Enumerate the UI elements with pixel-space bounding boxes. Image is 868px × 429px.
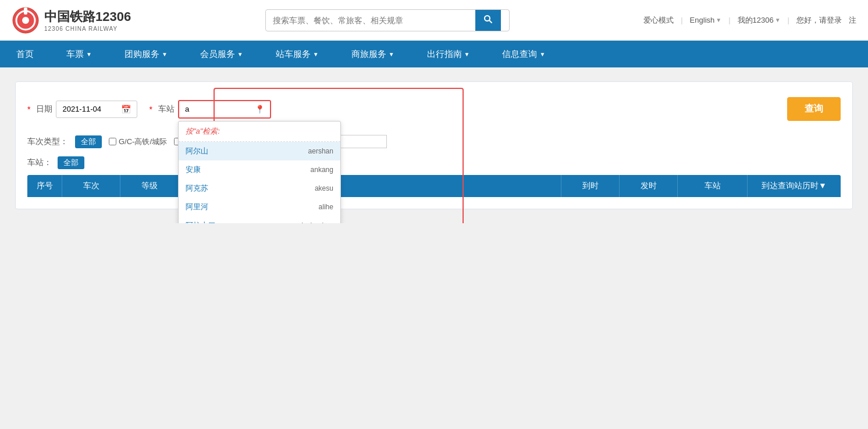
nav-item-station[interactable]: 站车服务 ▼ [259, 41, 335, 67]
nav-guide-arrow: ▼ [464, 51, 470, 58]
train-type-label: 车次类型： [27, 137, 68, 147]
date-value: 2021-11-04 [62, 105, 101, 113]
calendar-icon: 📅 [121, 105, 131, 114]
hint-char: a [196, 127, 200, 135]
nav-item-home[interactable]: 首页 [0, 41, 50, 67]
dropdown-item-3[interactable]: 阿里河 alihe [179, 198, 340, 216]
date-label: 日期 [36, 104, 52, 115]
th-station: 车站 [678, 175, 748, 197]
language-dropdown-arrow: ▼ [716, 17, 721, 23]
login-link[interactable]: 您好，请登录 [796, 15, 842, 26]
nav-item-info[interactable]: 信息查询 ▼ [486, 41, 561, 67]
hint-suffix: "检索: [200, 127, 220, 135]
gc-label: G/C-高铁/城际 [119, 137, 167, 147]
gc-checkbox[interactable] [109, 138, 116, 145]
nav-station-arrow: ▼ [313, 51, 319, 58]
register-link[interactable]: 注 [849, 15, 856, 26]
date-field: * 日期 2021-11-04 📅 [27, 101, 137, 118]
divider3: | [788, 16, 789, 24]
svg-line-5 [489, 20, 492, 23]
nav-tickets-arrow: ▼ [86, 51, 92, 58]
form-wrapper: * 日期 2021-11-04 📅 * 车站 📍 [15, 81, 853, 209]
love-mode-link[interactable]: 爱心模式 [643, 15, 674, 26]
nav-item-group[interactable]: 团购服务 ▼ [108, 41, 184, 67]
header-search-area [131, 9, 643, 31]
station-label: 车站 [158, 104, 175, 115]
logo-subtitle: 12306 CHINA RAILWAY [44, 26, 131, 32]
nav-member-label: 会员服务 [200, 49, 235, 60]
logo-icon [12, 6, 40, 34]
th-grade: 等级 [120, 175, 179, 197]
station-all-tag[interactable]: 全部 [58, 156, 84, 169]
my-account-label: 我的12306 [738, 15, 774, 26]
dropdown-item-0[interactable]: 阿尔山 aershan [179, 142, 340, 160]
language-selector[interactable]: English ▼ [690, 16, 722, 24]
logo-title: 中国铁路12306 [44, 8, 131, 26]
item-3-en: alihe [319, 203, 333, 211]
th-depart: 发时 [620, 175, 678, 197]
th-duration-label: 到达查询站历时▼ [762, 181, 827, 191]
location-pin-icon: 📍 [255, 105, 265, 114]
nav-group-arrow: ▼ [162, 51, 168, 58]
date-input-box[interactable]: 2021-11-04 📅 [56, 101, 137, 118]
station-field-wrapper: 📍 按"a"检索: 阿尔山 aershan 安康 anka [178, 100, 271, 119]
svg-point-2 [22, 17, 29, 24]
my-account-arrow: ▼ [775, 17, 781, 23]
station-required-star: * [149, 105, 152, 114]
item-4-zh: 阿拉山口 [186, 220, 216, 224]
hint-prefix: 按" [186, 127, 196, 135]
nav-item-member[interactable]: 会员服务 ▼ [184, 41, 259, 67]
global-search-button[interactable] [475, 10, 501, 31]
th-seq: 序号 [27, 175, 62, 197]
nav-item-guide[interactable]: 出行指南 ▼ [411, 41, 486, 67]
item-4-en: alashankou [298, 221, 333, 224]
dropdown-search-hint: 按"a"检索: [179, 121, 340, 142]
station-field: * 车站 📍 按"a"检索: 阿尔山 aershan [149, 100, 271, 119]
nav-member-arrow: ▼ [237, 51, 243, 58]
station-dropdown: 按"a"检索: 阿尔山 aershan 安康 ankang 阿克苏 ake [178, 121, 341, 224]
header-right: 爱心模式 | English ▼ | 我的12306 ▼ | 您好，请登录 注 [643, 15, 856, 26]
my-account-link[interactable]: 我的12306 ▼ [738, 15, 781, 26]
logo-area: 中国铁路12306 12306 CHINA RAILWAY [12, 6, 131, 34]
nav-info-label: 信息查询 [502, 49, 537, 60]
main-content: * 日期 2021-11-04 📅 * 车站 📍 [0, 67, 868, 223]
query-button[interactable]: 查询 [787, 97, 841, 121]
nav-item-tickets[interactable]: 车票 ▼ [50, 41, 108, 67]
dropdown-item-1[interactable]: 安康 ankang [179, 160, 340, 179]
nav-item-business[interactable]: 商旅服务 ▼ [335, 41, 411, 67]
main-nav: 首页 车票 ▼ 团购服务 ▼ 会员服务 ▼ 站车服务 ▼ 商旅服务 ▼ 出行指南… [0, 41, 868, 67]
nav-business-label: 商旅服务 [351, 49, 386, 60]
nav-info-arrow: ▼ [539, 51, 545, 58]
item-0-en: aershan [308, 147, 333, 155]
station-filter-label: 车站： [27, 158, 52, 168]
global-search-input[interactable] [266, 11, 475, 30]
th-train: 车次 [62, 175, 120, 197]
gc-filter[interactable]: G/C-高铁/城际 [109, 137, 167, 147]
divider1: | [681, 16, 682, 24]
station-search-input[interactable] [185, 105, 255, 113]
dropdown-item-2[interactable]: 阿克苏 akesu [179, 179, 340, 198]
item-3-zh: 阿里河 [186, 202, 208, 212]
logo-text: 中国铁路12306 12306 CHINA RAILWAY [44, 8, 131, 32]
all-tag[interactable]: 全部 [75, 135, 102, 148]
language-label: English [690, 16, 715, 24]
station-filter-row: 车站： 全部 [27, 156, 841, 169]
nav-home-label: 首页 [16, 49, 34, 60]
item-2-en: akesu [315, 184, 333, 192]
svg-rect-3 [24, 8, 27, 15]
divider2: | [728, 16, 730, 24]
nav-tickets-label: 车票 [66, 49, 84, 60]
nav-station-label: 站车服务 [276, 49, 311, 60]
station-input-container: 📍 [178, 100, 271, 119]
table-header: 序号 车次 等级 到时 发时 车站 到达查询站历时▼ [27, 175, 841, 197]
search-box [265, 9, 510, 31]
date-required-star: * [27, 105, 30, 114]
item-1-zh: 安康 [186, 165, 201, 175]
th-duration[interactable]: 到达查询站历时▼ [748, 175, 841, 197]
filter-row: 车次类型： 全部 G/C-高铁/城际 D-动车 K-快速 其他 车次： [27, 133, 841, 151]
nav-guide-label: 出行指南 [427, 49, 462, 60]
header: 中国铁路12306 12306 CHINA RAILWAY 爱心模式 | Eng… [0, 0, 868, 41]
nav-business-arrow: ▼ [389, 51, 394, 58]
dropdown-item-4[interactable]: 阿拉山口 alashankou [179, 216, 340, 224]
nav-group-label: 团购服务 [124, 49, 159, 60]
